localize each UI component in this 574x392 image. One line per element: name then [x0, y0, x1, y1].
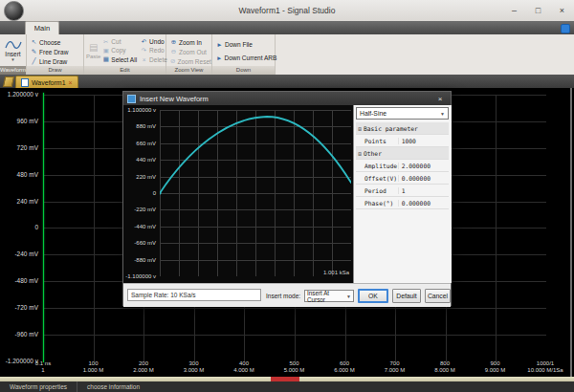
copy-button[interactable]: ▣ Copy [100, 46, 139, 54]
delete-label: Delete [149, 56, 167, 63]
insert-mode-value: Insert At Cursor [307, 290, 346, 303]
ribbon-group-down: ► Down File ► Down Current ARB Down [212, 34, 276, 75]
maximize-button[interactable]: □ [526, 0, 550, 21]
zoom-in-button[interactable]: ⊕ Zoom In [168, 37, 210, 47]
dialog-footer: Sample Rate: 10 KSa/s Insert mode: Inser… [123, 283, 451, 307]
zoom-out-icon: ⊖ [170, 48, 177, 55]
dialog-y-label: -1.100000 v [125, 272, 156, 280]
phase-value[interactable]: 0.000000 [398, 200, 449, 207]
half-sine-curve [160, 110, 351, 276]
insert-new-waveform-dialog: Insert New Waveform × 1.100000 v 880 mV … [122, 91, 452, 306]
tab-waveform1[interactable]: Waveform1 × [15, 76, 78, 88]
ribbon-group-waveform: Insert ▼ Waveform [0, 34, 27, 75]
zoom-in-icon: ⊕ [170, 38, 177, 46]
tab-close-icon[interactable]: × [69, 79, 73, 86]
dialog-y-axis: 1.100000 v 880 mV 660 mV 440 mV 220 mV 0… [125, 106, 156, 280]
group-row-basic-parameter[interactable]: ⊞ Basic parameter [356, 122, 449, 135]
main-x-axis: 0.1 ns1 1001.000 M 2002.000 M 3003.000 M… [22, 360, 566, 374]
tab-main[interactable]: Main [25, 21, 59, 34]
document-tab-bar [0, 75, 574, 88]
group-row-other[interactable]: ⊞ Other [356, 147, 449, 160]
property-row-period[interactable]: Period 1 [356, 185, 449, 197]
dialog-close-icon[interactable]: × [433, 95, 447, 103]
offset-value[interactable]: 0.000000 [398, 175, 449, 182]
down-file-button[interactable]: ► Down File [214, 39, 273, 49]
sine-wave-icon [5, 40, 22, 50]
down-current-arb-button[interactable]: ► Down Current ARB [214, 53, 273, 62]
expand-icon[interactable]: ⊞ [356, 125, 364, 132]
zoom-out-button[interactable]: ⊖ Zoom Out [168, 47, 210, 56]
property-row-amplitude[interactable]: Amplitude(... 2.000000 [356, 160, 449, 172]
paste-label: Paste [86, 54, 100, 59]
dialog-y-label: 880 mV [125, 122, 156, 130]
property-row-phase[interactable]: Phase(°) 0.000000 [356, 197, 449, 209]
zoom-reset-icon: ⊘ [170, 57, 175, 65]
redo-button[interactable]: ↷ Redo [139, 46, 169, 54]
line-draw-button[interactable]: ╱ Line Draw [29, 56, 81, 66]
dialog-y-label: -660 mV [125, 239, 156, 247]
wave-type-select[interactable]: Half-Sine ▼ [356, 107, 449, 120]
waveform-group-label: Waveform [0, 66, 26, 75]
free-draw-button[interactable]: ✎ Free Draw [29, 47, 81, 56]
copy-label: Copy [111, 47, 125, 54]
x-tick: 1001.000 M [73, 360, 115, 374]
dialog-icon [127, 95, 136, 103]
cut-button[interactable]: ✂ Cut [100, 37, 139, 46]
cut-icon: ✂ [102, 38, 109, 46]
close-button[interactable]: × [550, 0, 574, 21]
points-value[interactable]: 1000 [398, 138, 449, 144]
dialog-y-label: 440 mV [125, 156, 156, 163]
redo-icon: ↷ [141, 47, 147, 54]
dialog-y-label: -440 mV [125, 223, 156, 230]
down-file-label: Down File [225, 41, 253, 48]
y-axis-label: -480 mV [0, 277, 38, 285]
zoom-reset-button[interactable]: ⊘ Zoom Reset [168, 56, 210, 66]
status-choose-information[interactable]: choose information [77, 381, 149, 392]
undo-button[interactable]: ↶ Undo [139, 37, 169, 46]
minimize-button[interactable]: – [502, 0, 526, 21]
group-label: Basic parameter [364, 125, 418, 132]
draw-group-label: Draw [27, 66, 83, 75]
x-tick: 6006.000 M [323, 360, 365, 374]
ribbon-group-zoom-view: ⊕ Zoom In ⊖ Zoom Out ⊘ Zoom Reset Zoom V… [166, 34, 212, 75]
delete-button[interactable]: × Delete [139, 55, 169, 64]
choose-button[interactable]: ↖ Choose [29, 37, 81, 47]
cancel-button[interactable]: Cancel [425, 289, 451, 303]
property-row-offset[interactable]: Offset(V) 0.000000 [356, 172, 449, 185]
vertical-scrollbar[interactable] [570, 88, 572, 377]
y-axis-label: -240 mV [0, 250, 38, 258]
paste-icon: ▤ [89, 42, 98, 53]
insert-label: Insert [5, 51, 20, 57]
select-all-label: Select All [111, 56, 137, 63]
menu-strip [0, 21, 574, 34]
zoom-view-group-label: Zoom View [166, 66, 211, 75]
insert-waveform-button[interactable]: Insert ▼ [2, 36, 24, 65]
app-logo-icon [4, 1, 24, 21]
sample-rate-field[interactable]: Sample Rate: 10 KSa/s [127, 289, 261, 301]
y-axis-label: 1.200000 v [0, 91, 38, 98]
choose-label: Choose [39, 39, 60, 46]
insert-mode-select[interactable]: Insert At Cursor ▼ [304, 290, 354, 302]
line-draw-label: Line Draw [39, 58, 67, 65]
property-row-points[interactable]: Points 1000 [356, 135, 449, 147]
cursor-line[interactable] [43, 93, 44, 362]
period-value[interactable]: 1 [398, 187, 449, 194]
insert-mode-label: Insert mode: [266, 293, 300, 299]
expand-icon[interactable]: ⊞ [356, 150, 364, 157]
help-icon[interactable] [561, 24, 570, 33]
status-waveform-properties[interactable]: Waveform properties [0, 381, 77, 392]
default-button[interactable]: Default [392, 289, 421, 303]
x-tick: 7007.000 M [374, 360, 416, 374]
x-tick: 5005.000 M [274, 360, 316, 374]
dialog-y-label: 1.100000 v [125, 106, 156, 114]
paste-button[interactable]: ▤ Paste [86, 36, 100, 65]
select-all-button[interactable]: ▦ Select All [100, 55, 139, 64]
dialog-y-label: 660 mV [125, 140, 156, 147]
status-bar: Waveform properties choose information [0, 381, 574, 392]
dialog-title-bar[interactable]: Insert New Waveform × [123, 92, 451, 105]
ok-button[interactable]: OK [358, 289, 388, 303]
undo-icon: ↶ [141, 38, 147, 46]
amplitude-value[interactable]: 2.000000 [398, 163, 449, 169]
down-group-label: Down [212, 66, 275, 75]
dialog-y-label: -880 mV [125, 256, 156, 264]
